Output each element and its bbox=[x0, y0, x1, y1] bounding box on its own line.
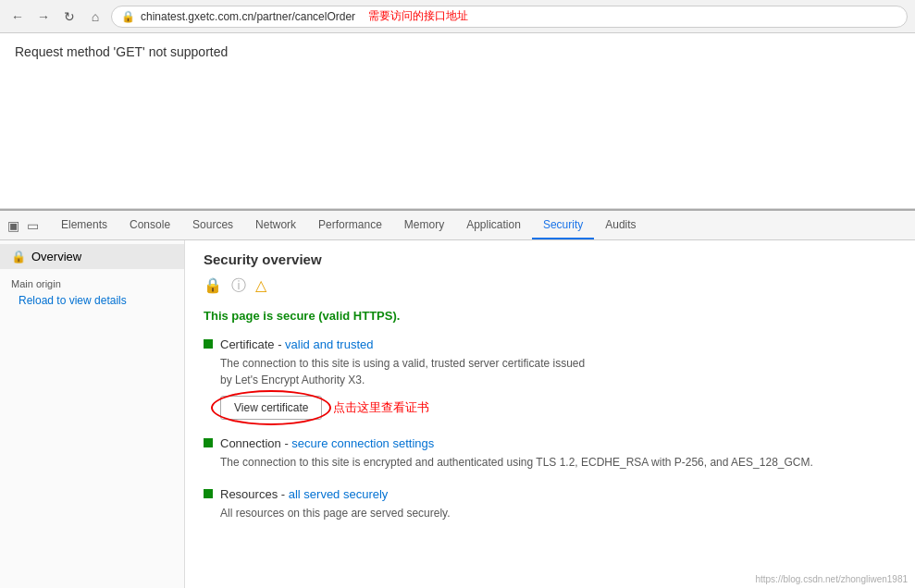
certificate-status-link[interactable]: valid and trusted bbox=[285, 337, 373, 351]
tab-memory[interactable]: Memory bbox=[393, 211, 455, 239]
resources-green-square bbox=[204, 489, 213, 498]
resources-desc: All resources on this page are served se… bbox=[220, 505, 451, 521]
sidebar-item-overview[interactable]: 🔒 Overview bbox=[0, 244, 184, 269]
devtools-tabbar: ▣ ▭ Elements Console Sources Network Per… bbox=[0, 211, 915, 240]
tab-sources[interactable]: Sources bbox=[181, 211, 244, 239]
view-certificate-button[interactable]: View certificate bbox=[220, 396, 322, 420]
secure-message: This page is secure (valid HTTPS). bbox=[204, 309, 896, 323]
sidebar-main-origin-label: Main origin bbox=[0, 269, 184, 291]
devtools-sidebar: 🔒 Overview Main origin Reload to view de… bbox=[0, 240, 185, 588]
resources-header-row: Resources - all served securely All reso… bbox=[204, 487, 896, 521]
sec-lock-icon: 🔒 bbox=[204, 276, 222, 296]
connection-header-row: Connection - secure connection settings … bbox=[204, 436, 896, 471]
devtools-main-panel: Security overview 🔒 ⓘ △ This page is sec… bbox=[185, 240, 915, 588]
sidebar-lock-icon: 🔒 bbox=[11, 250, 26, 263]
certificate-green-square bbox=[204, 339, 213, 349]
devtools-icons: ▣ ▭ bbox=[7, 211, 50, 239]
certificate-section: Certificate - valid and trusted The conn… bbox=[204, 337, 896, 420]
address-bar[interactable]: 🔒 chinatest.gxetc.com.cn/partner/cancelO… bbox=[111, 6, 908, 28]
url-annotation: 需要访问的接口地址 bbox=[368, 8, 468, 24]
tab-network[interactable]: Network bbox=[244, 211, 307, 239]
browser-toolbar: ← → ↻ ⌂ 🔒 chinatest.gxetc.com.cn/partner… bbox=[0, 0, 915, 33]
security-overview-title: Security overview bbox=[204, 251, 896, 267]
certificate-header-row: Certificate - valid and trusted The conn… bbox=[204, 337, 896, 388]
connection-desc: The connection to this site is encrypted… bbox=[220, 454, 813, 471]
back-button[interactable]: ← bbox=[7, 6, 28, 27]
tab-security[interactable]: Security bbox=[532, 211, 594, 239]
view-cert-row: View certificate 点击这里查看证书 bbox=[204, 396, 896, 420]
error-message: Request method 'GET' not supported bbox=[15, 44, 900, 59]
device-icon[interactable]: ▭ bbox=[27, 218, 39, 233]
reload-button[interactable]: ↻ bbox=[59, 6, 80, 27]
security-icons-row: 🔒 ⓘ △ bbox=[204, 276, 896, 296]
url-text: chinatest.gxetc.com.cn/partner/cancelOrd… bbox=[141, 10, 355, 23]
sec-warn-icon: △ bbox=[255, 276, 266, 296]
resources-header-text: Resources - all served securely bbox=[220, 487, 388, 501]
view-cert-btn-wrapper: View certificate bbox=[220, 396, 322, 420]
cert-annotation-text: 点击这里查看证书 bbox=[333, 399, 429, 416]
tab-console[interactable]: Console bbox=[118, 211, 181, 239]
home-button[interactable]: ⌂ bbox=[85, 6, 105, 27]
connection-green-square bbox=[204, 438, 213, 447]
sec-info-icon: ⓘ bbox=[231, 276, 246, 296]
resources-status-link[interactable]: all served securely bbox=[289, 487, 389, 501]
watermark: https://blog.csdn.net/zhongliwen1981 bbox=[755, 574, 908, 584]
forward-button[interactable]: → bbox=[33, 6, 54, 27]
certificate-header-text: Certificate - valid and trusted bbox=[220, 337, 374, 351]
tab-elements[interactable]: Elements bbox=[50, 211, 118, 239]
resources-section: Resources - all served securely All reso… bbox=[204, 487, 896, 521]
tab-application[interactable]: Application bbox=[455, 211, 532, 239]
address-lock-icon: 🔒 bbox=[121, 10, 135, 23]
connection-header-text: Connection - secure connection settings bbox=[220, 436, 434, 450]
connection-section: Connection - secure connection settings … bbox=[204, 436, 896, 471]
tab-performance[interactable]: Performance bbox=[307, 211, 393, 239]
connection-status-link[interactable]: secure connection settings bbox=[291, 436, 434, 450]
certificate-desc: The connection to this site is using a v… bbox=[220, 355, 585, 388]
page-content: Request method 'GET' not supported bbox=[0, 33, 915, 209]
sidebar-reload-link[interactable]: Reload to view details bbox=[0, 291, 184, 310]
devtools-panel: ▣ ▭ Elements Console Sources Network Per… bbox=[0, 209, 915, 588]
sidebar-overview-label: Overview bbox=[31, 250, 81, 263]
devtools-body: 🔒 Overview Main origin Reload to view de… bbox=[0, 240, 915, 588]
inspect-icon[interactable]: ▣ bbox=[7, 218, 19, 233]
tab-audits[interactable]: Audits bbox=[594, 211, 647, 239]
